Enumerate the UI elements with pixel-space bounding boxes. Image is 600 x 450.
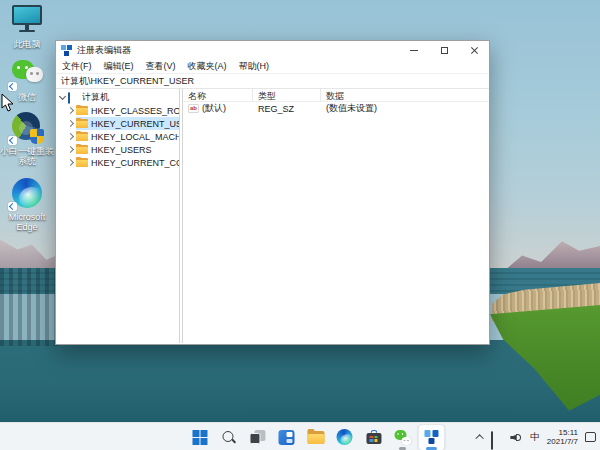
minimize-button[interactable] [399, 41, 429, 59]
tree-item-hkey-current-user[interactable]: HKEY_CURRENT_USER [56, 117, 179, 130]
shortcut-arrow-icon [8, 82, 17, 91]
menu-view[interactable]: 查看(V) [146, 60, 176, 73]
windows-logo-icon [192, 430, 207, 445]
this-pc-icon [10, 5, 44, 37]
shortcut-arrow-icon [8, 202, 17, 211]
tree-item-hkey-local-machine[interactable]: HKEY_LOCAL_MACHINE [56, 130, 179, 143]
volume-icon[interactable] [510, 432, 523, 443]
tray-time: 15:11 [547, 428, 578, 437]
tree-item-computer[interactable]: 计算机 [56, 91, 179, 104]
wallpaper-reflection [0, 268, 60, 346]
chevron-right-icon[interactable] [67, 107, 74, 114]
menu-favorites[interactable]: 收藏夹(A) [188, 60, 227, 73]
start-button[interactable] [186, 425, 212, 450]
value-data: (数值未设置) [321, 102, 489, 115]
tree-item-label: HKEY_CURRENT_CONFIG [91, 158, 179, 168]
folder-icon [76, 145, 88, 154]
desktop-icon-label: Microsoft Edge [0, 212, 54, 232]
tray-date: 2021/7/7 [547, 437, 578, 446]
wallpaper-water [0, 340, 600, 422]
value-type: REG_SZ [253, 104, 321, 114]
edge-icon [10, 178, 44, 210]
tree-item-hkey-users[interactable]: HKEY_USERS [56, 143, 179, 156]
menu-edit[interactable]: 编辑(E) [104, 60, 134, 73]
close-icon [470, 46, 478, 54]
maximize-icon [441, 47, 448, 54]
mouse-cursor [1, 93, 14, 112]
tree-item-hkey-current-config[interactable]: HKEY_CURRENT_CONFIG [56, 156, 179, 169]
chevron-right-icon[interactable] [67, 159, 74, 166]
minimize-icon [410, 50, 418, 51]
tree-item-hkey-classes-root[interactable]: HKEY_CLASSES_ROOT [56, 104, 179, 117]
address-path: 计算机\HKEY_CURRENT_USER [61, 75, 194, 88]
tree-item-label: 计算机 [82, 91, 109, 104]
regedit-taskbar-button[interactable] [418, 425, 444, 450]
taskbar: 中 15:11 2021/7/7 [0, 422, 600, 450]
regedit-window: 注册表编辑器 文件(F) 编辑(E) 查看(V) 收藏夹(A) 帮助(H) 计算… [55, 40, 490, 345]
title-bar[interactable]: 注册表编辑器 [56, 41, 489, 59]
widgets-icon [278, 430, 294, 445]
task-view-button[interactable] [244, 425, 270, 450]
tray-overflow-chevron-icon[interactable] [476, 434, 484, 442]
menu-help[interactable]: 帮助(H) [239, 60, 270, 73]
chevron-right-icon[interactable] [67, 133, 74, 140]
search-button[interactable] [215, 425, 241, 450]
search-icon [221, 430, 236, 445]
notification-center-icon[interactable] [585, 432, 596, 442]
maximize-button[interactable] [429, 41, 459, 59]
column-header-type[interactable]: 类型 [253, 89, 321, 101]
folder-icon [76, 106, 88, 115]
menu-file[interactable]: 文件(F) [62, 60, 92, 73]
window-title: 注册表编辑器 [77, 44, 131, 57]
address-bar[interactable]: 计算机\HKEY_CURRENT_USER [56, 74, 489, 89]
running-indicator [399, 447, 406, 450]
menu-bar: 文件(F) 编辑(E) 查看(V) 收藏夹(A) 帮助(H) [56, 59, 489, 74]
folder-icon [76, 119, 88, 128]
wechat-icon [394, 430, 411, 445]
value-name: (默认) [202, 102, 226, 115]
list-header: 名称 类型 数据 [183, 89, 489, 102]
tree-item-label: HKEY_CURRENT_USER [91, 119, 179, 129]
folder-icon [76, 158, 88, 167]
column-header-name[interactable]: 名称 [183, 89, 253, 101]
ime-indicator[interactable]: 中 [530, 431, 540, 444]
store-icon [366, 430, 381, 444]
xiaobai-icon [10, 112, 44, 144]
wechat-icon [10, 58, 44, 90]
wechat-taskbar-button[interactable] [389, 425, 415, 450]
active-indicator [426, 447, 437, 450]
desktop-icon-this-pc[interactable]: 此电脑 [0, 3, 54, 49]
desktop-icon-xiaobai[interactable]: 小白一键重装 系统 [0, 112, 54, 166]
network-icon[interactable] [491, 432, 503, 443]
tree-item-label: HKEY_LOCAL_MACHINE [91, 132, 179, 142]
file-explorer-button[interactable] [302, 425, 328, 450]
folder-icon [76, 132, 88, 141]
chevron-down-icon[interactable] [59, 93, 66, 100]
system-tray: 中 15:11 2021/7/7 [478, 423, 596, 450]
tree-item-label: HKEY_USERS [91, 145, 152, 155]
file-explorer-icon [307, 431, 324, 444]
registry-tree: 计算机 HKEY_CLASSES_ROOT HKEY_CURRENT_USER … [56, 89, 179, 343]
string-value-icon: ab [188, 104, 199, 113]
edge-icon [336, 429, 352, 445]
edge-button[interactable] [331, 425, 357, 450]
task-view-icon [249, 430, 265, 444]
value-list: 名称 类型 数据 ab (默认) REG_SZ (数值未设置) [183, 89, 489, 343]
chevron-right-icon[interactable] [67, 146, 74, 153]
chevron-right-icon[interactable] [67, 120, 74, 127]
regedit-icon [424, 430, 439, 444]
shortcut-arrow-icon [8, 136, 17, 145]
computer-icon [68, 93, 79, 102]
value-row-default[interactable]: ab (默认) REG_SZ (数值未设置) [183, 102, 489, 115]
desktop: 此电脑 微信 小白一键重装 系统 Microsoft Edge 注册 [0, 0, 600, 450]
clock[interactable]: 15:11 2021/7/7 [547, 428, 578, 446]
desktop-icon-label: 此电脑 [0, 39, 54, 49]
desktop-icon-edge[interactable]: Microsoft Edge [0, 178, 54, 232]
store-button[interactable] [360, 425, 386, 450]
column-header-data[interactable]: 数据 [321, 89, 489, 101]
desktop-icon-label: 小白一键重装 系统 [0, 146, 54, 166]
close-button[interactable] [459, 41, 489, 59]
regedit-app-icon [61, 45, 72, 56]
tree-item-label: HKEY_CLASSES_ROOT [91, 106, 179, 116]
widgets-button[interactable] [273, 425, 299, 450]
